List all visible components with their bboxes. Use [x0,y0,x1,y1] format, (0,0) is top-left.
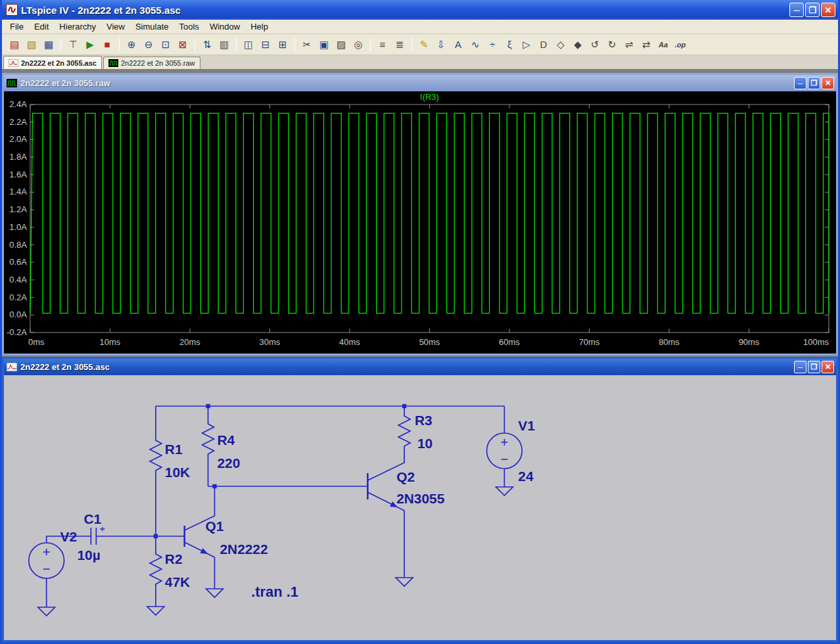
close-button[interactable]: ✕ [821,3,835,17]
label-Q2-value[interactable]: 2N3055 [396,491,445,506]
voltage-source-V1[interactable] [487,433,523,469]
resistor-R3[interactable] [398,413,410,449]
menu-view[interactable]: View [101,20,130,33]
run-icon[interactable]: ▶ [82,37,98,53]
toolbar-separator [195,38,195,51]
component-icon[interactable]: D [536,37,551,53]
label-R4-ref[interactable]: R4 [217,432,235,448]
cascade-windows-icon[interactable]: ⊞ [275,37,291,53]
ltspice-app-icon [6,4,18,16]
schematic-canvas[interactable]: R1 10K R4 220 R2 47K R3 10 C1 10µ Q1 2N2… [4,375,836,640]
menu-simulate[interactable]: Simulate [130,20,174,33]
cut-icon[interactable]: ✂ [299,37,315,53]
open-icon[interactable]: ▧ [24,37,39,53]
menu-file[interactable]: File [5,20,29,33]
label-V1-ref[interactable]: V1 [518,418,535,433]
label-Q1-ref[interactable]: Q1 [206,518,224,534]
print-preview-icon[interactable]: ≣ [392,37,408,53]
label-Q1-value[interactable]: 2N2222 [220,541,268,557]
redo-icon[interactable]: ↻ [604,37,620,53]
label-Q2-ref[interactable]: Q2 [396,469,415,484]
maximize-button[interactable]: ❐ [805,3,820,17]
resistor-R2[interactable] [150,551,162,587]
voltage-source-V2[interactable] [29,543,64,578]
toolbar-separator [236,38,237,51]
ground-symbol[interactable] [396,578,413,586]
label-net-icon[interactable]: A [450,37,466,53]
label-R1-value[interactable]: 10K [165,465,190,480]
inductor-icon[interactable]: ξ [502,37,517,53]
copy-icon[interactable]: ▣ [316,37,332,53]
zoom-area-icon[interactable]: ⊡ [158,37,174,53]
control-panel-icon[interactable]: ⊤ [65,37,81,53]
drag-icon[interactable]: ◆ [570,37,586,53]
move-icon[interactable]: ◇ [553,37,569,53]
waveform-plot[interactable]: 2.4A2.2A2.0A1.8A1.6A1.4A1.2A1.0A0.8A0.6A… [4,91,836,354]
resistor-icon[interactable]: ∿ [467,37,483,53]
plot-settings-icon[interactable]: ▥ [216,37,232,53]
menu-edit[interactable]: Edit [29,20,54,33]
ground-symbol[interactable] [38,607,55,616]
label-R1-ref[interactable]: R1 [165,442,183,457]
undo-icon[interactable]: ↺ [587,37,603,53]
transistor-Q1[interactable] [156,486,215,589]
resistor-R4[interactable] [202,421,214,457]
label-R2-ref[interactable]: R2 [165,551,183,566]
diode-icon[interactable]: ▷ [519,37,534,53]
save-icon[interactable]: ▦ [41,37,57,53]
ground-symbol[interactable] [496,487,513,495]
waveform-window-titlebar[interactable]: 2n2222 et 2n 3055.raw ─ ❐ ✕ [4,75,836,91]
zoom-in-icon[interactable]: ⊕ [124,37,139,53]
paste-icon[interactable]: ▨ [333,37,349,53]
resistor-R1[interactable] [150,438,162,473]
waveform-plot-area[interactable]: 2.4A2.2A2.0A1.8A1.6A1.4A1.2A1.0A0.8A0.6A… [4,91,836,354]
capacitor-C1[interactable] [91,528,96,545]
autorange-icon[interactable]: ⇅ [199,37,215,53]
label-R3-ref[interactable]: R3 [415,413,432,428]
schematic-window-title: 2n2222 et 2n 3055.asc [20,362,793,372]
text-icon[interactable]: Aa [655,37,671,53]
find-icon[interactable]: ◎ [350,37,366,53]
label-V2-ref[interactable]: V2 [60,529,78,544]
menu-hierarchy[interactable]: Hierarchy [54,20,101,33]
label-C1-ref[interactable]: C1 [83,511,101,526]
y-tick-label: 0.6A [9,257,27,267]
label-V1-value[interactable]: 24 [518,469,534,484]
minimize-button[interactable]: ─ [789,3,804,17]
menu-help[interactable]: Help [245,20,273,33]
rotate-icon[interactable]: ⇌ [621,37,637,53]
halt-icon[interactable]: ■ [99,37,115,53]
label-R4-value[interactable]: 220 [217,455,240,471]
schematic-close-button[interactable]: ✕ [822,361,834,373]
waveform-maximize-button[interactable]: ❐ [808,77,820,89]
menu-window[interactable]: Window [204,20,245,33]
label-R3-value[interactable]: 10 [417,436,432,451]
new-schematic-icon[interactable]: ▤ [7,37,22,53]
zoom-full-extents-icon[interactable]: ⊠ [175,37,191,53]
mirror-icon[interactable]: ⇄ [638,37,654,53]
wire-icon[interactable]: ✎ [416,37,432,53]
spice-directive-icon[interactable]: .op [672,37,688,53]
tab-label: 2n2222 et 2n 3055.raw [121,59,195,67]
print-icon[interactable]: ≡ [375,37,390,53]
tile-vertical-icon[interactable]: ◫ [241,37,256,53]
tab-schematic[interactable]: 2n2222 et 2n 3055.asc [3,56,102,69]
label-R2-value[interactable]: 47K [165,574,190,589]
tile-horizontal-icon[interactable]: ⊟ [258,37,273,53]
waveform-close-button[interactable]: ✕ [822,77,834,89]
capacitor-icon[interactable]: ÷ [484,37,500,53]
schematic-minimize-button[interactable]: ─ [794,361,806,373]
waveform-minimize-button[interactable]: ─ [794,77,806,89]
menu-tools[interactable]: Tools [174,20,204,33]
tab-waveform[interactable]: 2n2222 et 2n 3055.raw [103,57,200,69]
spice-directive-text[interactable]: .tran .1 [251,584,298,600]
label-C1-value[interactable]: 10µ [77,547,100,563]
schematic-window-titlebar[interactable]: 2n2222 et 2n 3055.asc ─ ❐ ✕ [4,359,836,375]
transistor-Q2[interactable] [367,449,404,578]
ground-icon[interactable]: ⇩ [433,37,449,53]
ground-symbol[interactable] [206,589,223,597]
zoom-out-icon[interactable]: ⊖ [141,37,156,53]
trace-legend[interactable]: I(R3) [420,92,439,102]
ground-symbol[interactable] [147,607,164,615]
schematic-maximize-button[interactable]: ❐ [808,361,820,373]
